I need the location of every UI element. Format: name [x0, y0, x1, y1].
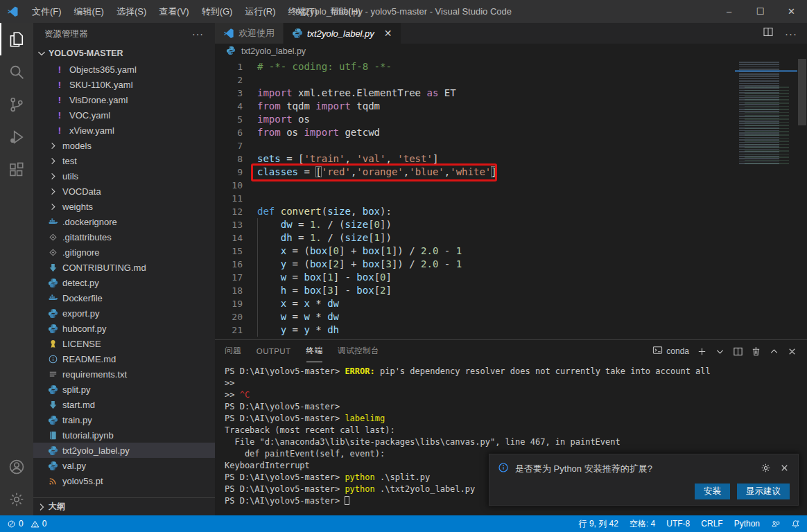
tree-item-visdrone-yaml[interactable]: !VisDrone.yaml: [33, 92, 215, 107]
notification-close-icon[interactable]: [779, 463, 790, 475]
close-button[interactable]: ✕: [776, 0, 807, 23]
code-line-4[interactable]: 4from tqdm import tqdm: [215, 100, 735, 113]
code-line-18[interactable]: 18 h = box[3] - box[2]: [215, 284, 735, 297]
tree-item-readme-md[interactable]: README.md: [33, 351, 215, 366]
status-language-mode[interactable]: Python: [734, 519, 760, 529]
status-encoding[interactable]: UTF-8: [666, 519, 690, 529]
maximize-button[interactable]: ☐: [745, 0, 776, 23]
outline-section[interactable]: 大纲: [33, 497, 215, 515]
tree-item-xview-yaml[interactable]: !xView.yaml: [33, 123, 215, 138]
minimap[interactable]: [735, 59, 797, 339]
code-line-11[interactable]: 11: [215, 192, 735, 205]
code-line-2[interactable]: 2: [215, 73, 735, 87]
status-errors-count[interactable]: 0: [7, 519, 24, 529]
code-line-14[interactable]: 14 dh = 1. / (size[1]): [215, 231, 735, 245]
status-notifications-bell[interactable]: [791, 520, 800, 529]
tree-item-detect-py[interactable]: detect.py: [33, 275, 215, 290]
scrollbar-thumb[interactable]: [798, 59, 806, 125]
tree-item-train-py[interactable]: train.py: [33, 412, 215, 427]
code-line-21[interactable]: 21 y = y * dh: [215, 323, 735, 337]
tree-item-weights[interactable]: weights: [33, 199, 215, 214]
code-line-1[interactable]: 1# -*- coding: utf-8 -*-: [215, 60, 735, 73]
code-line-8[interactable]: 8sets = ['train', 'val', 'test']: [215, 152, 735, 166]
activity-explorer-icon[interactable]: [0, 23, 33, 55]
tree-item-contributing-md[interactable]: CONTRIBUTING.md: [33, 260, 215, 275]
notification-button-0[interactable]: 安装: [695, 484, 730, 499]
notification-gear-icon[interactable]: [761, 463, 771, 475]
tree-item-models[interactable]: models: [33, 138, 215, 153]
code-line-16[interactable]: 16 y = (box[2] + box[3]) / 2.0 - 1: [215, 258, 735, 271]
tab-welcome[interactable]: 欢迎使用: [215, 23, 284, 44]
breadcrumb[interactable]: txt2yolo_label.py: [215, 44, 807, 59]
tree-item--gitattributes[interactable]: .gitattributes: [33, 229, 215, 245]
menu-item-5[interactable]: 运行(R): [238, 0, 281, 23]
close-panel-icon[interactable]: [787, 346, 797, 357]
tree-item-sku-110k-yaml[interactable]: !SKU-110K.yaml: [33, 77, 215, 92]
tree-item-export-py[interactable]: export.py: [33, 305, 215, 321]
explorer-more-actions[interactable]: ···: [192, 28, 204, 39]
tree-item-objects365-yaml[interactable]: !Objects365.yaml: [33, 62, 215, 77]
kill-terminal-icon[interactable]: [751, 346, 761, 357]
code-line-5[interactable]: 5import os: [215, 113, 735, 126]
tree-item-start-md[interactable]: start.md: [33, 397, 215, 412]
tree-item-val-py[interactable]: val.py: [33, 458, 215, 473]
activity-run-and-debug-icon[interactable]: [0, 121, 33, 153]
code-line-3[interactable]: 3import xml.etree.ElementTree as ET: [215, 87, 735, 100]
panel-tab-1[interactable]: OUTPUT: [257, 340, 291, 362]
tree-item-voc-yaml[interactable]: !VOC.yaml: [33, 107, 215, 123]
code-line-6[interactable]: 6from os import getcwd: [215, 126, 735, 139]
tree-item-vocdata[interactable]: VOCData: [33, 184, 215, 199]
status-warnings-count[interactable]: 0: [31, 519, 47, 529]
tree-item-split-py[interactable]: split.py: [33, 382, 215, 397]
status-eol[interactable]: CRLF: [701, 519, 722, 529]
maximize-panel-icon[interactable]: [769, 346, 779, 357]
activity-account-icon[interactable]: [0, 450, 33, 483]
code-line-15[interactable]: 15 x = (box[0] + box[1]) / 2.0 - 1: [215, 245, 735, 258]
code-line-9[interactable]: 9classes = ['red','orange','blue','white…: [215, 166, 735, 179]
editor-scrollbar[interactable]: [797, 59, 807, 339]
panel-tab-3[interactable]: 调试控制台: [338, 340, 379, 362]
panel-tab-2[interactable]: 终端: [306, 340, 323, 362]
status-cursor-position[interactable]: 行 9, 列 42: [579, 518, 618, 530]
activity-extensions-icon[interactable]: [0, 153, 33, 186]
code-editor[interactable]: 1# -*- coding: utf-8 -*-23import xml.etr…: [215, 59, 807, 339]
menu-item-2[interactable]: 选择(S): [110, 0, 153, 23]
shell-selector[interactable]: conda: [652, 345, 689, 357]
code-line-19[interactable]: 19 x = x * dw: [215, 297, 735, 310]
activity-settings-icon[interactable]: [0, 483, 33, 515]
more-actions-icon[interactable]: ···: [785, 28, 797, 39]
tree-item-tutorial-ipynb[interactable]: tutorial.ipynb: [33, 427, 215, 443]
notification-button-1[interactable]: 显示建议: [737, 484, 790, 499]
code-line-7[interactable]: 7: [215, 139, 735, 152]
tree-item-license[interactable]: LICENSE: [33, 336, 215, 351]
code-area[interactable]: 1# -*- coding: utf-8 -*-23import xml.etr…: [215, 59, 735, 339]
menu-item-1[interactable]: 编辑(E): [68, 0, 110, 23]
code-line-12[interactable]: 12def convert(size, box):: [215, 205, 735, 218]
code-line-17[interactable]: 17 w = box[1] - box[0]: [215, 271, 735, 284]
tree-item--dockerignore[interactable]: .dockerignore: [33, 214, 215, 229]
split-terminal-icon[interactable]: [733, 346, 743, 357]
split-editor-icon[interactable]: [763, 26, 774, 40]
tree-item--gitignore[interactable]: .gitignore: [33, 245, 215, 260]
tree-item-txt2yolo-label-py[interactable]: txt2yolo_label.py: [33, 443, 215, 458]
tree-item-dockerfile[interactable]: Dockerfile: [33, 290, 215, 305]
tree-item-yolov5s-pt[interactable]: yolov5s.pt: [33, 473, 215, 488]
status-feedback[interactable]: [771, 520, 780, 529]
status-indentation[interactable]: 空格: 4: [630, 518, 655, 530]
menu-item-4[interactable]: 转到(G): [196, 0, 239, 23]
terminal-dropdown-icon[interactable]: [715, 346, 725, 357]
minimize-button[interactable]: –: [713, 0, 745, 23]
code-line-13[interactable]: 13 dw = 1. / (size[0]): [215, 218, 735, 231]
tab-close-icon[interactable]: ✕: [384, 28, 392, 39]
activity-search-icon[interactable]: [0, 55, 33, 88]
workspace-root[interactable]: YOLOV5-MASTER: [33, 45, 215, 62]
menu-item-0[interactable]: 文件(F): [26, 0, 68, 23]
menu-item-3[interactable]: 查看(V): [153, 0, 195, 23]
activity-source-control-icon[interactable]: [0, 88, 33, 121]
new-terminal-icon[interactable]: [697, 346, 707, 357]
tree-item-requirements-txt[interactable]: requirements.txt: [33, 366, 215, 382]
tab-txt2yolo-label[interactable]: txt2yolo_label.py ✕: [284, 23, 401, 44]
tree-item-utils[interactable]: utils: [33, 168, 215, 184]
code-line-10[interactable]: 10: [215, 179, 735, 192]
tree-item-test[interactable]: test: [33, 153, 215, 168]
